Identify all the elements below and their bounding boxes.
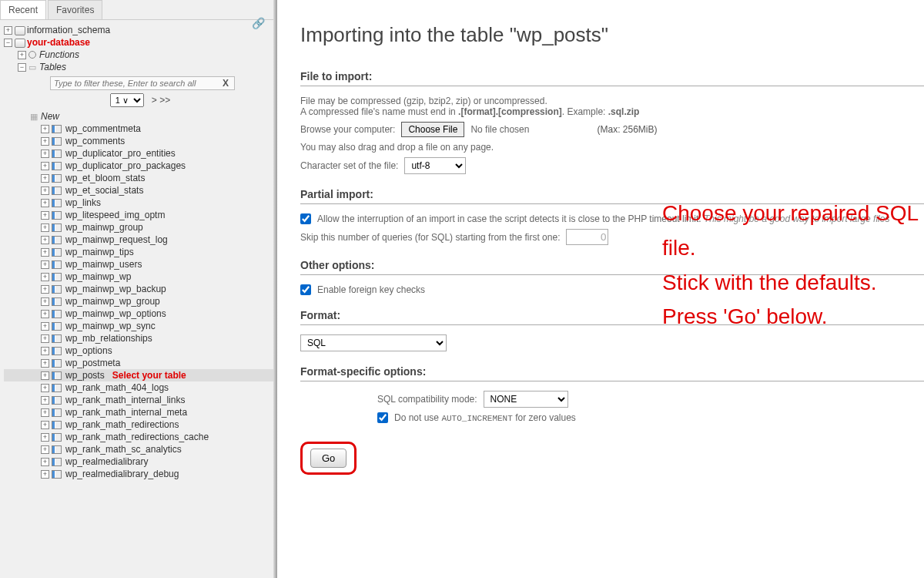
table-name: wp_realmedialibrary: [65, 456, 148, 467]
table-icon: [52, 322, 62, 331]
table-row[interactable]: +wp_commentmeta: [4, 123, 276, 135]
expand-icon[interactable]: +: [41, 260, 49, 269]
charset-label: Character set of the file:: [300, 160, 398, 171]
pager-page-select[interactable]: 1 ∨: [110, 93, 144, 107]
format-specific-heading: Format-specific options:: [300, 365, 924, 381]
expand-icon[interactable]: +: [41, 162, 49, 170]
table-name: wp_rank_math_redirections: [65, 419, 179, 430]
table-row[interactable]: +wp_realmedialibrary: [4, 455, 276, 468]
browse-label: Browse your computer:: [300, 124, 395, 135]
go-button[interactable]: Go: [310, 449, 346, 468]
table-icon: [52, 125, 62, 133]
table-row[interactable]: +wp_et_bloom_stats: [4, 172, 276, 184]
table-name: wp_duplicator_pro_packages: [65, 160, 186, 171]
tree-tables[interactable]: Tables: [39, 62, 66, 72]
expand-icon[interactable]: +: [41, 322, 49, 331]
table-name: wp_et_bloom_stats: [65, 173, 145, 183]
expand-icon[interactable]: +: [41, 334, 49, 343]
expand-icon[interactable]: +: [41, 347, 49, 355]
table-icon: [52, 248, 62, 257]
table-row[interactable]: +wp_mainwp_wp_backup: [4, 283, 276, 295]
table-row[interactable]: +wp_rank_math_redirections_cache: [4, 431, 276, 443]
expand-icon[interactable]: +: [41, 236, 49, 244]
expand-icon[interactable]: +: [41, 470, 49, 479]
db-information-schema[interactable]: information_schema: [27, 25, 110, 35]
expand-icon[interactable]: +: [41, 384, 49, 392]
table-row[interactable]: +wp_rank_math_internal_links: [4, 394, 276, 406]
table-row[interactable]: +wp_links: [4, 197, 276, 209]
table-row[interactable]: +wp_duplicator_pro_entities: [4, 147, 276, 160]
table-row[interactable]: +wp_et_social_stats: [4, 184, 276, 197]
table-row[interactable]: +wp_mainwp_request_log: [4, 234, 276, 246]
expand-icon[interactable]: +: [41, 174, 49, 183]
table-row[interactable]: +wp_litespeed_img_optm: [4, 209, 276, 221]
pager-next[interactable]: > >>: [152, 95, 170, 106]
skip-queries-input[interactable]: [566, 229, 608, 245]
table-row[interactable]: +wp_rank_math_404_logs: [4, 381, 276, 394]
choose-file-button[interactable]: Choose File: [401, 122, 464, 137]
expand-icon[interactable]: +: [41, 371, 49, 380]
fk-checks-checkbox[interactable]: [300, 284, 311, 295]
auto-increment-checkbox[interactable]: [377, 412, 388, 423]
expand-icon[interactable]: +: [41, 211, 49, 220]
expand-icon[interactable]: +: [41, 150, 49, 158]
table-row[interactable]: +wp_realmedialibrary_debug: [4, 468, 276, 480]
expand-icon[interactable]: +: [41, 359, 49, 368]
expand-icon[interactable]: +: [41, 445, 49, 454]
expand-icon[interactable]: +: [41, 125, 49, 133]
expand-icon[interactable]: +: [41, 137, 49, 146]
expand-icon[interactable]: +: [18, 51, 26, 59]
expand-icon[interactable]: +: [41, 408, 49, 417]
table-row[interactable]: +wp_options: [4, 344, 276, 357]
table-row[interactable]: +wp_postmeta: [4, 357, 276, 369]
expand-icon[interactable]: +: [41, 421, 49, 429]
table-row[interactable]: +wp_comments: [4, 135, 276, 147]
table-row[interactable]: +wp_rank_math_redirections: [4, 418, 276, 431]
table-name: wp_options: [65, 345, 112, 356]
auto-increment-label: Do not use AUTO_INCREMENT for zero value…: [394, 412, 576, 423]
database-icon: [15, 38, 24, 47]
expand-icon[interactable]: +: [41, 310, 49, 318]
table-row[interactable]: +wp_rank_math_sc_analytics: [4, 443, 276, 455]
table-row[interactable]: +wp_mainwp_wp_options: [4, 307, 276, 320]
tree-new-table[interactable]: New: [41, 111, 59, 122]
table-row[interactable]: +wp_mainwp_wp_sync: [4, 320, 276, 332]
table-row[interactable]: +wp_mainwp_group: [4, 221, 276, 234]
expand-icon[interactable]: +: [4, 26, 12, 35]
table-icon: [52, 470, 62, 479]
collapse-icon[interactable]: −: [4, 39, 12, 47]
table-row[interactable]: +wp_mainwp_wp_group: [4, 295, 276, 307]
expand-icon[interactable]: +: [41, 396, 49, 405]
expand-icon[interactable]: +: [41, 297, 49, 306]
allow-interrupt-checkbox[interactable]: [300, 213, 311, 224]
table-row[interactable]: +wp_duplicator_pro_packages: [4, 160, 276, 172]
expand-icon[interactable]: +: [41, 458, 49, 466]
tab-favorites[interactable]: Favorites: [48, 0, 102, 19]
table-name: wp_mainwp_wp: [65, 271, 131, 282]
table-row[interactable]: +wp_mainwp_tips: [4, 246, 276, 258]
expand-icon[interactable]: +: [41, 433, 49, 442]
charset-select[interactable]: utf-8: [404, 157, 466, 174]
tab-recent[interactable]: Recent: [0, 0, 46, 19]
sql-compat-select[interactable]: NONE: [484, 391, 568, 408]
collapse-icon[interactable]: −: [18, 63, 26, 72]
tree-functions[interactable]: Functions: [39, 49, 79, 60]
table-name: wp_rank_math_redirections_cache: [65, 432, 209, 442]
table-name: wp_links: [65, 197, 101, 208]
table-row[interactable]: +wp_posts Select your table: [4, 369, 276, 381]
table-row[interactable]: +wp_mb_relationships: [4, 332, 276, 344]
table-row[interactable]: +wp_rank_math_internal_meta: [4, 406, 276, 418]
expand-icon[interactable]: +: [41, 273, 49, 281]
table-row[interactable]: +wp_mainwp_wp: [4, 271, 276, 283]
expand-icon[interactable]: +: [41, 199, 49, 207]
link-icon[interactable]: 🔗: [252, 17, 265, 29]
expand-icon[interactable]: +: [41, 223, 49, 232]
clear-filter-icon[interactable]: X: [223, 78, 229, 89]
compression-note-1: File may be compressed (gzip, bzip2, zip…: [300, 96, 924, 106]
format-select[interactable]: SQL: [300, 334, 447, 351]
expand-icon[interactable]: +: [41, 187, 49, 195]
table-row[interactable]: +wp_mainwp_users: [4, 258, 276, 271]
expand-icon[interactable]: +: [41, 285, 49, 294]
expand-icon[interactable]: +: [41, 248, 49, 257]
table-filter-input[interactable]: [50, 76, 235, 90]
